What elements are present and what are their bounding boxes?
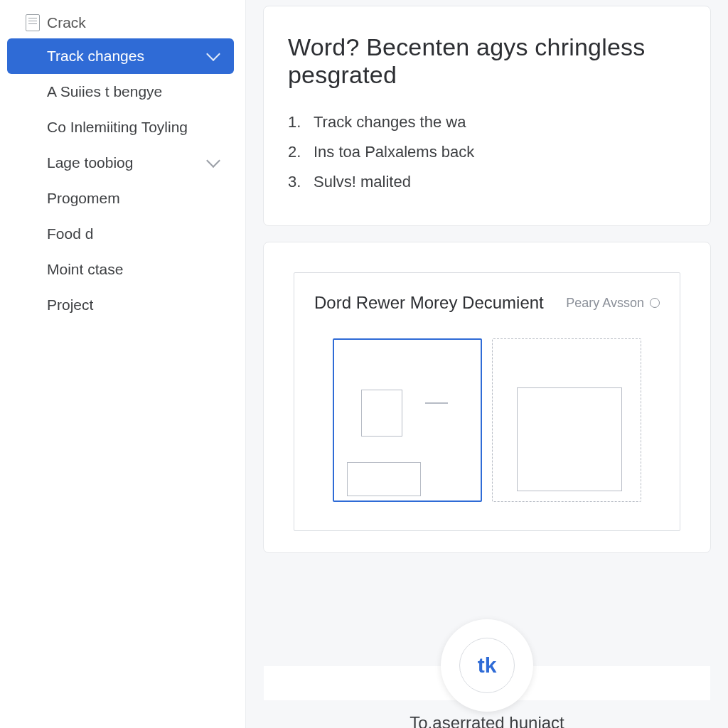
chevron-down-icon bbox=[206, 154, 220, 168]
sidebar-item-3[interactable]: Lage toobiog bbox=[7, 145, 234, 181]
sidebar-item-4[interactable]: Progomem bbox=[7, 181, 234, 216]
article-step: Ins toa Palxalems back bbox=[288, 137, 686, 167]
document-title: Dord Rewer Morey Decumient bbox=[314, 293, 544, 313]
compare-pane-current[interactable] bbox=[333, 338, 482, 502]
sidebar-item-track-changes[interactable]: Track changes bbox=[7, 38, 234, 74]
chevron-down-icon bbox=[206, 47, 220, 61]
main-content: Word? Becenten agys chringless pesgrated… bbox=[246, 0, 728, 728]
compare-pane-previous[interactable] bbox=[492, 338, 641, 502]
document-author-name: Peary Avsson bbox=[566, 296, 644, 311]
prompt-overlay: tk To.aserrated hunjact Cide . No dig to… bbox=[264, 666, 710, 700]
sidebar-item-6[interactable]: Moint ctase bbox=[7, 252, 234, 287]
article-steps: Track changes the wa Ins toa Palxalems b… bbox=[288, 107, 686, 197]
sidebar-item-2[interactable]: Co Inlemiiting Toyling bbox=[7, 109, 234, 145]
sidebar-item-label: A Suiies t bengye bbox=[47, 83, 162, 100]
sidebar-header-label: Crack bbox=[47, 14, 86, 31]
document-header: Dord Rewer Morey Decumient Peary Avsson bbox=[314, 293, 660, 313]
avatar-icon bbox=[650, 298, 660, 308]
sidebar-item-label: Food d bbox=[47, 225, 93, 242]
sidebar-item-label: Co Inlemiiting Toyling bbox=[47, 119, 188, 136]
sidebar-header[interactable]: Crack bbox=[7, 10, 234, 38]
document-compare-panes bbox=[314, 338, 660, 502]
sidebar-item-1[interactable]: A Suiies t bengye bbox=[7, 74, 234, 109]
content-block-icon bbox=[517, 387, 622, 491]
article-heading: Word? Becenten agys chringless pesgrated bbox=[288, 33, 686, 89]
overlay-title: To.aserrated hunjact bbox=[264, 713, 710, 728]
article-step: Sulvs! malited bbox=[288, 167, 686, 197]
article-step-text: Track changes the wa bbox=[314, 113, 466, 132]
overlay-badge: tk bbox=[441, 619, 533, 712]
sidebar-item-label: Track changes bbox=[47, 48, 144, 65]
sidebar-item-7[interactable]: Project bbox=[7, 287, 234, 323]
badge-text: tk bbox=[459, 638, 515, 693]
article-card: Word? Becenten agys chringless pesgrated… bbox=[263, 6, 711, 226]
content-block-icon bbox=[361, 390, 402, 437]
article-step-text: Sulvs! malited bbox=[314, 173, 411, 191]
dash-icon bbox=[425, 402, 448, 404]
sidebar-item-label: Lage toobiog bbox=[47, 154, 133, 171]
document-frame: Dord Rewer Morey Decumient Peary Avsson bbox=[294, 272, 680, 531]
content-block-icon bbox=[347, 462, 421, 496]
document-author: Peary Avsson bbox=[566, 296, 660, 311]
sidebar-item-label: Moint ctase bbox=[47, 261, 123, 278]
document-preview-card: Dord Rewer Morey Decumient Peary Avsson bbox=[263, 242, 711, 553]
sidebar: Crack Track changes A Suiies t bengye Co… bbox=[0, 0, 246, 728]
sidebar-item-label: Project bbox=[47, 296, 93, 314]
article-step-text: Ins toa Palxalems back bbox=[314, 143, 474, 161]
article-step: Track changes the wa bbox=[288, 107, 686, 137]
sidebar-item-5[interactable]: Food d bbox=[7, 216, 234, 252]
sidebar-item-label: Progomem bbox=[47, 190, 120, 207]
document-icon bbox=[26, 14, 40, 31]
